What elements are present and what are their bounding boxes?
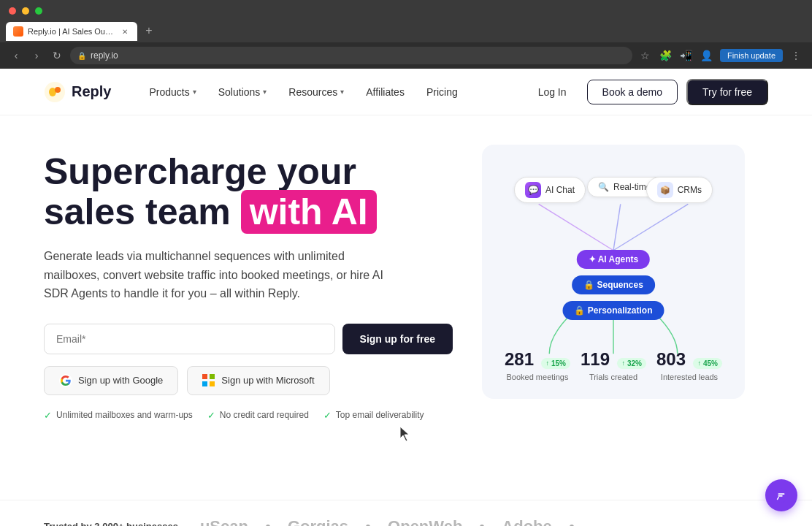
lock-icon: 🔒 bbox=[77, 52, 86, 60]
trusted-label: Trusted by 3,000+ businesses bbox=[44, 521, 178, 526]
browser-tab-active[interactable]: Reply.io | AI Sales Outreach ... ✕ bbox=[6, 22, 137, 41]
diagram-container: 💬 AI Chat 🔍 Real-time data search 📦 CRMs… bbox=[499, 162, 727, 381]
login-btn[interactable]: Log In bbox=[526, 80, 578, 104]
profile-btn[interactable]: 👤 bbox=[700, 50, 714, 61]
diagram-node-ai-agents: ✦ AI Agents bbox=[577, 250, 650, 269]
hero-diagram: 💬 AI Chat 🔍 Real-time data search 📦 CRMs… bbox=[482, 145, 745, 399]
nav-affiliates[interactable]: Affiliates bbox=[357, 82, 413, 102]
crm-icon: 📦 bbox=[657, 182, 673, 198]
arrow-up-icon-2: ↑ bbox=[621, 359, 625, 367]
nav-products[interactable]: Products ▾ bbox=[140, 82, 204, 102]
navbar: Reply Products ▾ Solutions ▾ Resources ▾… bbox=[0, 69, 812, 115]
solutions-chevron-icon: ▾ bbox=[263, 88, 267, 96]
try-free-btn[interactable]: Try for free bbox=[686, 79, 768, 105]
browser-address-bar: ‹ › ↻ 🔒 reply.io ☆ 🧩 📲 👤 Finish update ⋮ bbox=[0, 42, 812, 69]
tab-favicon bbox=[13, 26, 23, 37]
email-input[interactable] bbox=[44, 324, 335, 354]
logo-text: Reply bbox=[72, 83, 111, 100]
browser-top-bar bbox=[0, 0, 812, 22]
check-icon-3: ✓ bbox=[323, 410, 332, 421]
nav-solutions[interactable]: Solutions ▾ bbox=[210, 82, 276, 102]
feature-no-card: ✓ No credit card required bbox=[207, 410, 309, 421]
minimize-window-btn[interactable] bbox=[22, 7, 29, 15]
trusted-section: Trusted by 3,000+ businesses uScan Gorgi… bbox=[0, 500, 812, 526]
brand-adobe: Adobe bbox=[502, 517, 551, 527]
brand-gorgias: Gorgias bbox=[288, 517, 348, 527]
leads-number: 803 bbox=[656, 349, 686, 369]
menu-btn[interactable]: ⋮ bbox=[789, 50, 803, 61]
nav-resources[interactable]: Resources ▾ bbox=[280, 82, 353, 102]
leads-label: Interested leads bbox=[656, 373, 722, 381]
maximize-window-btn[interactable] bbox=[35, 7, 42, 15]
search-icon: 🔍 bbox=[598, 182, 609, 192]
browser-chrome: Reply.io | AI Sales Outreach ... ✕ + bbox=[0, 0, 812, 42]
new-tab-btn[interactable]: + bbox=[140, 22, 158, 39]
website-content: Reply Products ▾ Solutions ▾ Resources ▾… bbox=[0, 69, 812, 526]
brand-logos: uScan Gorgias OpenWeb Adobe bbox=[200, 517, 574, 527]
social-buttons: Sign up with Google Sign up with Microso… bbox=[44, 366, 453, 395]
browser-actions: ☆ 🧩 📲 👤 Finish update ⋮ bbox=[638, 49, 803, 62]
stat-meetings: 281 ↑ 15% Booked meetings bbox=[505, 349, 570, 381]
hero-left: Supercharge your sales team with AI Gene… bbox=[44, 145, 453, 421]
nav-menu: Products ▾ Solutions ▾ Resources ▾ Affil… bbox=[140, 82, 526, 102]
extension-btn[interactable]: 🧩 bbox=[659, 50, 673, 61]
finish-update-btn[interactable]: Finish update bbox=[720, 49, 783, 62]
tab-title: Reply.io | AI Sales Outreach ... bbox=[28, 27, 115, 36]
diagram-node-crms: 📦 CRMs bbox=[646, 177, 713, 203]
nav-pricing[interactable]: Pricing bbox=[418, 82, 467, 102]
hero-subtitle: Generate leads via multichannel sequence… bbox=[44, 247, 394, 303]
svg-point-2 bbox=[55, 87, 61, 93]
microsoft-signup-btn[interactable]: Sign up with Microsoft bbox=[187, 366, 329, 395]
feature-mailboxes: ✓ Unlimited mailboxes and warm-ups bbox=[44, 410, 193, 421]
diagram-node-personalization: 🔒 Personalization bbox=[562, 301, 664, 320]
logo[interactable]: Reply bbox=[44, 81, 111, 103]
check-icon-1: ✓ bbox=[44, 410, 52, 421]
signup-free-btn[interactable]: Sign up for free bbox=[342, 324, 453, 354]
meetings-number: 281 bbox=[505, 349, 534, 369]
trials-badge: ↑ 32% bbox=[617, 358, 646, 369]
meetings-label: Booked meetings bbox=[505, 373, 570, 381]
stats-row: 281 ↑ 15% Booked meetings 119 ↑ bbox=[499, 349, 727, 381]
email-form: Sign up for free bbox=[44, 324, 453, 354]
url-bar[interactable]: 🔒 reply.io bbox=[70, 47, 632, 64]
reload-btn[interactable]: ↻ bbox=[50, 50, 64, 61]
arrow-up-icon: ↑ bbox=[545, 359, 549, 367]
feature-deliverability: ✓ Top email deliverability bbox=[323, 410, 424, 421]
microsoft-icon bbox=[202, 374, 215, 387]
google-signup-btn[interactable]: Sign up with Google bbox=[44, 366, 178, 395]
hero-features: ✓ Unlimited mailboxes and warm-ups ✓ No … bbox=[44, 410, 453, 421]
diagram-node-ai-chat: 💬 AI Chat bbox=[514, 177, 586, 203]
ai-chat-icon: 💬 bbox=[525, 182, 541, 198]
logo-icon bbox=[44, 81, 66, 103]
hero-section: Supercharge your sales team with AI Gene… bbox=[0, 115, 812, 526]
nav-actions: Log In Book a demo Try for free bbox=[526, 79, 768, 105]
meetings-badge: ↑ 15% bbox=[541, 358, 570, 369]
hero-title: Supercharge your sales team with AI bbox=[44, 152, 453, 232]
bookmark-btn[interactable]: ☆ bbox=[638, 50, 653, 61]
trials-label: Trials created bbox=[581, 373, 646, 381]
chat-widget-btn[interactable] bbox=[765, 479, 797, 511]
google-icon bbox=[59, 374, 72, 387]
leads-badge: ↑ 45% bbox=[693, 358, 722, 369]
back-btn[interactable]: ‹ bbox=[9, 50, 23, 61]
url-text: reply.io bbox=[91, 50, 118, 61]
trials-number: 119 bbox=[581, 349, 610, 369]
tab-close-icon[interactable]: ✕ bbox=[120, 26, 130, 37]
brand-openweb: OpenWeb bbox=[388, 517, 462, 527]
check-icon-2: ✓ bbox=[207, 410, 215, 421]
svg-line-4 bbox=[613, 204, 621, 250]
forward-btn[interactable]: › bbox=[29, 50, 44, 61]
demo-btn[interactable]: Book a demo bbox=[587, 80, 678, 104]
stat-leads: 803 ↑ 45% Interested leads bbox=[656, 349, 722, 381]
svg-line-5 bbox=[613, 204, 688, 250]
resources-chevron-icon: ▾ bbox=[340, 88, 344, 96]
svg-line-3 bbox=[539, 204, 613, 250]
stat-trials: 119 ↑ 32% Trials created bbox=[581, 349, 646, 381]
hero-highlight: with AI bbox=[241, 190, 377, 234]
arrow-up-icon-3: ↑ bbox=[697, 359, 701, 367]
close-window-btn[interactable] bbox=[9, 7, 16, 15]
svg-point-7 bbox=[775, 489, 788, 502]
diagram-node-sequences: 🔒 Sequences bbox=[572, 275, 655, 294]
cast-btn[interactable]: 📲 bbox=[679, 50, 694, 61]
products-chevron-icon: ▾ bbox=[193, 88, 196, 96]
